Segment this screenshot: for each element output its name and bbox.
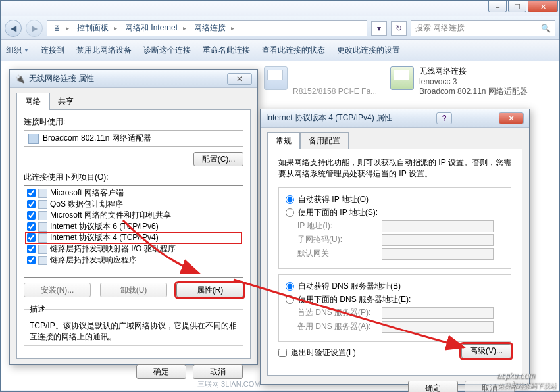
subnet-label: 子网掩码(U): bbox=[297, 234, 376, 245]
advanced-button[interactable]: 高级(V)... bbox=[461, 344, 511, 358]
wifi-properties-dialog: 🔌 无线网络连接 属性 ✕ 网络 共享 连接时使用: Broadcom 802.… bbox=[9, 69, 258, 365]
dlg1-pane: 连接时使用: Broadcom 802.11n 网络适配器 配置(C)... 此… bbox=[16, 109, 251, 359]
tool-rename[interactable]: 重命名此连接 bbox=[203, 45, 250, 56]
dlg1-close-button[interactable]: ✕ bbox=[227, 73, 252, 85]
adapter-local[interactable]: 本地连接 网络 R8152/8158 PCI-E Fa... bbox=[264, 66, 377, 97]
list-item: 链路层拓扑发现映射器 I/O 驱动程序 bbox=[26, 243, 242, 255]
radio-auto-dns[interactable] bbox=[286, 282, 294, 291]
item-checkbox[interactable] bbox=[27, 222, 36, 231]
list-item: Microsoft 网络的文件和打印机共享 bbox=[26, 210, 242, 221]
adapter-display: Broadcom 802.11n 网络适配器 bbox=[24, 130, 243, 147]
install-button[interactable]: 安装(N)... bbox=[24, 283, 91, 297]
item-checkbox[interactable] bbox=[27, 200, 36, 208]
adapter-wifi-desc: 无线网络连接 lenovocc 3 Broadcom 802.11n 网络适配器 bbox=[419, 66, 528, 97]
close-button[interactable]: ✕ bbox=[528, 1, 558, 12]
dlg2-close-button[interactable]: ✕ bbox=[499, 112, 524, 124]
component-icon bbox=[38, 211, 47, 220]
list-item: 链路层拓扑发现响应程序 bbox=[26, 255, 242, 266]
item-checkbox[interactable] bbox=[27, 245, 36, 253]
connect-using-label: 连接时使用: bbox=[24, 116, 243, 128]
tool-view-status[interactable]: 查看此连接的状态 bbox=[262, 45, 325, 56]
dns-group: 自动获得 DNS 服务器地址(B) 使用下面的 DNS 服务器地址(E): 首选… bbox=[278, 274, 511, 342]
dlg1-title-text: 无线网络连接 属性 bbox=[29, 73, 94, 84]
window-control-group: – ☐ ✕ bbox=[488, 1, 558, 12]
breadcrumb-dropdown-button[interactable]: ▾ bbox=[371, 21, 387, 36]
tab-sharing[interactable]: 共享 bbox=[49, 93, 82, 110]
refresh-button[interactable]: ↻ bbox=[391, 21, 407, 36]
dlg2-titlebar[interactable]: Internet 协议版本 4 (TCP/IPv4) 属性 ? ✕ bbox=[261, 109, 529, 128]
tab-network[interactable]: 网络 bbox=[16, 93, 49, 110]
adapter-name: Broadcom 802.11n 网络适配器 bbox=[43, 133, 151, 144]
item-label: QoS 数据包计划程序 bbox=[50, 199, 123, 210]
list-item-tcpipv4: Internet 协议版本 4 (TCP/IPv4) bbox=[26, 232, 242, 243]
dns1-input[interactable] bbox=[382, 307, 494, 319]
search-box[interactable]: 搜索 网络连接 🔍 bbox=[411, 20, 555, 36]
adapter-local-desc: 本地连接 网络 R8152/8158 PCI-E Fa... bbox=[293, 66, 377, 97]
breadcrumb-network-internet[interactable]: 网络和 Internet bbox=[122, 22, 189, 34]
dlg2-title-text: Internet 协议版本 4 (TCP/IPv4) 属性 bbox=[266, 112, 392, 124]
properties-button[interactable]: 属性(R) bbox=[176, 283, 243, 297]
nav-back-button[interactable]: ◀ bbox=[5, 20, 22, 37]
item-checkbox[interactable] bbox=[27, 256, 36, 264]
ipv4-intro-text: 如果网络支持此功能，则可以获取自动指派的 IP 设置。否则，您需要从网络系统管理… bbox=[278, 157, 511, 180]
nav-bar: ◀ ▶ 🖥 控制面板 网络和 Internet 网络连接 ▾ ↻ 搜索 网络连接… bbox=[1, 16, 559, 40]
tool-organize[interactable]: 组织▼ bbox=[6, 45, 29, 56]
item-label: Internet 协议版本 6 (TCP/IPv6) bbox=[50, 221, 159, 232]
radio-manual-dns[interactable] bbox=[286, 295, 294, 304]
item-checkbox[interactable] bbox=[27, 189, 36, 197]
uninstall-button[interactable]: 卸载(U) bbox=[100, 283, 167, 297]
breadcrumb-root-icon[interactable]: 🖥 bbox=[50, 24, 72, 33]
component-icon bbox=[38, 256, 47, 265]
description-text: TCP/IP。该协议是默认的广域网络协议，它提供在不同的相互连接的网络上的通讯。 bbox=[30, 320, 238, 343]
tab-general-ipv4[interactable]: 常规 bbox=[267, 132, 300, 149]
adapter-wifi[interactable]: 无线网络连接 lenovocc 3 Broadcom 802.11n 网络适配器 bbox=[390, 66, 528, 97]
list-item: QoS 数据包计划程序 bbox=[26, 199, 242, 210]
shield-icon: 🔌 bbox=[15, 74, 25, 84]
gateway-input[interactable] bbox=[382, 248, 494, 260]
radio-auto-ip[interactable] bbox=[286, 195, 294, 204]
footer-watermark-slian: 三联网 3LIAN.COM bbox=[197, 380, 260, 389]
ip-group: 自动获得 IP 地址(O) 使用下面的 IP 地址(S): IP 地址(I): … bbox=[278, 187, 511, 269]
component-icon bbox=[38, 222, 47, 232]
nav-forward-button[interactable]: ▶ bbox=[26, 20, 43, 37]
tool-disable[interactable]: 禁用此网络设备 bbox=[76, 45, 132, 56]
search-icon: 🔍 bbox=[541, 24, 551, 33]
dns2-label: 备用 DNS 服务器(A): bbox=[297, 321, 376, 332]
tab-alternate-ipv4[interactable]: 备用配置 bbox=[300, 132, 349, 149]
dlg2-help-button[interactable]: ? bbox=[436, 112, 452, 124]
minimize-button[interactable]: – bbox=[488, 1, 507, 12]
component-icon bbox=[38, 189, 47, 198]
search-placeholder: 搜索 网络连接 bbox=[415, 22, 465, 34]
dlg1-titlebar[interactable]: 🔌 无线网络连接 属性 ✕ bbox=[10, 70, 257, 88]
configure-button[interactable]: 配置(C)... bbox=[193, 152, 243, 166]
breadcrumb-control-panel[interactable]: 控制面板 bbox=[74, 22, 120, 34]
subnet-input[interactable] bbox=[382, 234, 494, 246]
site-watermark: aspku.com 免费网站源码下载站 bbox=[497, 368, 556, 391]
label-auto-dns: 自动获得 DNS 服务器地址(B) bbox=[298, 281, 401, 292]
item-label: Microsoft 网络的文件和打印机共享 bbox=[50, 210, 171, 221]
dlg1-ok-button[interactable]: 确定 bbox=[136, 364, 186, 379]
validate-checkbox[interactable] bbox=[278, 349, 287, 357]
maximize-button[interactable]: ☐ bbox=[508, 1, 526, 12]
tool-connect-to[interactable]: 连接到 bbox=[41, 45, 64, 56]
component-icon bbox=[38, 200, 47, 209]
list-item: Microsoft 网络客户端 bbox=[26, 187, 242, 199]
dlg1-cancel-button[interactable]: 取消 bbox=[193, 364, 243, 379]
radio-manual-ip[interactable] bbox=[286, 208, 294, 217]
item-checkbox[interactable] bbox=[27, 233, 36, 242]
dns1-label: 首选 DNS 服务器(P): bbox=[297, 307, 376, 318]
item-checkbox[interactable] bbox=[27, 211, 36, 220]
ip-input[interactable] bbox=[382, 220, 494, 232]
components-list[interactable]: Microsoft 网络客户端 QoS 数据包计划程序 Microsoft 网络… bbox=[24, 185, 243, 278]
tool-diagnose[interactable]: 诊断这个连接 bbox=[143, 45, 191, 56]
component-icon bbox=[38, 233, 47, 243]
breadcrumb-bar[interactable]: 🖥 控制面板 网络和 Internet 网络连接 bbox=[47, 20, 367, 36]
gateway-label: 默认网关 bbox=[297, 248, 376, 259]
list-item: Internet 协议版本 6 (TCP/IPv6) bbox=[26, 221, 242, 232]
dns2-input[interactable] bbox=[382, 321, 494, 333]
ipv4-properties-dialog: Internet 协议版本 4 (TCP/IPv4) 属性 ? ✕ 常规 备用配… bbox=[260, 109, 530, 385]
dlg2-ok-button[interactable]: 确定 bbox=[408, 381, 458, 392]
label-auto-ip: 自动获得 IP 地址(O) bbox=[298, 194, 369, 205]
tool-change-settings[interactable]: 更改此连接的设置 bbox=[337, 45, 400, 56]
breadcrumb-network-connections[interactable]: 网络连接 bbox=[191, 22, 237, 34]
